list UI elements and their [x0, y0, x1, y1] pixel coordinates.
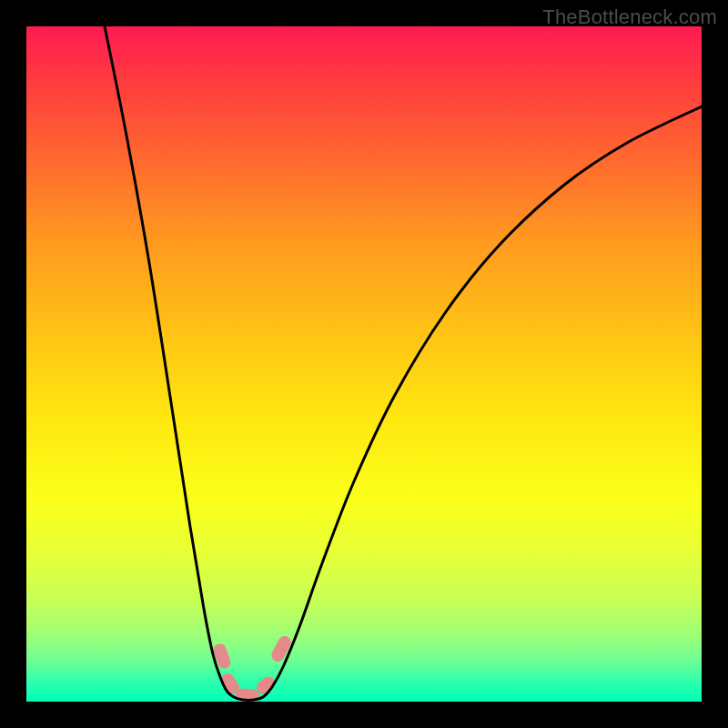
markers-group	[212, 633, 294, 702]
bottleneck-curve-path	[105, 26, 702, 700]
chart-svg	[26, 26, 702, 702]
curve-marker	[212, 642, 233, 670]
chart-frame: TheBottleneck.com	[0, 0, 728, 728]
watermark-text: TheBottleneck.com	[542, 5, 717, 29]
plot-area	[26, 26, 702, 702]
